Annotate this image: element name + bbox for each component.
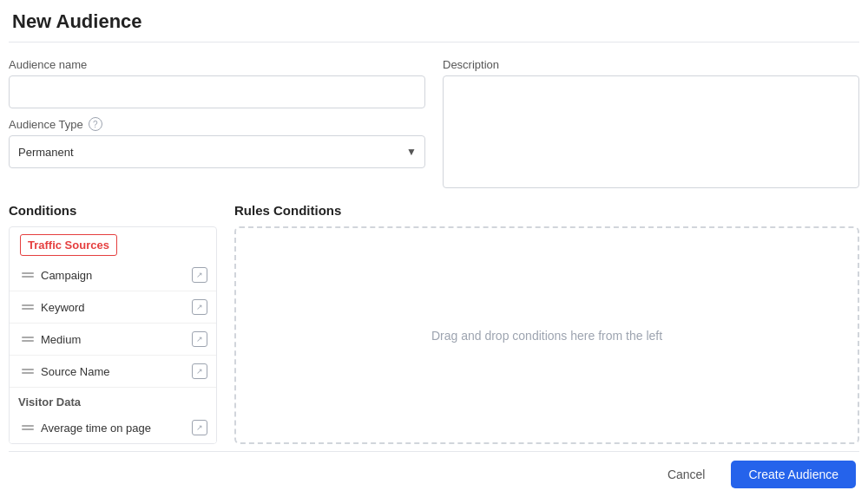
visitor-data-label: Visitor Data [18,396,81,409]
rules-drop-placeholder: Drag and drop conditions here from the l… [431,329,662,343]
condition-item-campaign[interactable]: Campaign ↗ [10,259,216,291]
conditions-title: Conditions [9,203,217,218]
form-left-col: Audience name Audience Type ? Permanent … [9,58,425,191]
audience-type-select-wrapper: Permanent Session-based Custom ▼ [9,135,425,168]
condition-name-source-name: Source Name [41,365,109,378]
audience-name-label: Audience name [9,58,425,71]
drag-handle-icon [22,272,34,278]
conditions-list-scroll[interactable]: Traffic Sources Campaign ↗ [9,226,217,444]
audience-name-input[interactable] [9,75,425,108]
condition-item-source-name[interactable]: Source Name ↗ [10,356,216,388]
traffic-sources-group-header-wrapper: Traffic Sources [10,227,216,259]
condition-info-medium-icon[interactable]: ↗ [192,331,207,347]
audience-type-label: Audience Type [9,118,83,131]
condition-item-keyword-left: Keyword [22,301,85,314]
rules-drop-area[interactable]: Drag and drop conditions here from the l… [234,226,859,444]
audience-name-field: Audience name [9,58,425,108]
condition-name-campaign: Campaign [41,269,92,282]
condition-name-avg-time: Average time on page [41,422,151,435]
condition-item-avg-time-left: Average time on page [22,422,151,435]
drag-handle-icon [22,369,34,374]
rules-right-panel: Rules Conditions Drag and drop condition… [234,203,859,444]
drag-handle-icon [22,337,34,342]
form-top-row: Audience name Audience Type ? Permanent … [9,58,859,191]
traffic-sources-label: Traffic Sources [20,234,117,256]
footer: Cancel Create Audience [9,451,859,497]
page-title: New Audience [9,0,859,43]
conditions-section: Conditions Traffic Sources Campaign [9,203,859,444]
page-container: New Audience Audience name Audience Type… [0,0,868,497]
description-label: Description [443,58,859,71]
condition-info-source-name-icon[interactable]: ↗ [192,363,207,379]
condition-item-medium-left: Medium [22,333,81,346]
drag-handle-icon [22,425,34,430]
condition-item-source-name-left: Source Name [22,365,109,378]
condition-item-campaign-left: Campaign [22,269,92,282]
audience-type-help-icon[interactable]: ? [89,117,102,131]
condition-item-medium[interactable]: Medium ↗ [10,324,216,356]
condition-item-avg-time[interactable]: Average time on page ↗ [10,412,216,444]
conditions-list-wrapper: Traffic Sources Campaign ↗ [9,226,217,444]
form-right-col: Description [443,58,859,191]
conditions-left-panel: Conditions Traffic Sources Campaign [9,203,217,444]
condition-item-keyword[interactable]: Keyword ↗ [10,291,216,324]
condition-name-medium: Medium [41,333,81,346]
drag-handle-icon [22,304,34,310]
cancel-button[interactable]: Cancel [652,461,721,488]
audience-type-label-row: Audience Type ? [9,117,425,131]
create-audience-button[interactable]: Create Audience [731,461,856,488]
visitor-data-group-header-wrapper: Visitor Data [10,388,216,412]
condition-info-campaign-icon[interactable]: ↗ [192,267,207,283]
audience-type-field: Audience Type ? Permanent Session-based … [9,117,425,168]
audience-type-select[interactable]: Permanent Session-based Custom [9,135,425,168]
condition-info-avg-time-icon[interactable]: ↗ [192,420,207,435]
description-textarea[interactable] [443,75,859,188]
condition-name-keyword: Keyword [41,301,85,314]
condition-info-keyword-icon[interactable]: ↗ [192,299,207,315]
rules-title: Rules Conditions [234,203,859,218]
